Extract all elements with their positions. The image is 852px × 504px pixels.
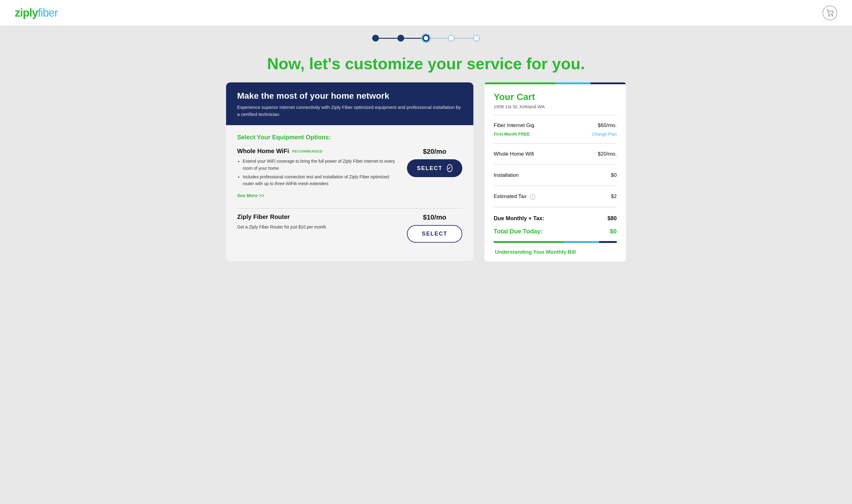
cart-row-wifi: Whole Home Wifi $20/mo.	[494, 148, 617, 160]
logo: ziply fiber	[15, 6, 58, 19]
equipment-item-router: Ziply Fiber Router Get a Ziply Fiber Rou…	[237, 213, 462, 242]
cart-divider-1	[494, 115, 617, 115]
cart-card: Your Cart 1906 1st St, Kirkland WA Fiber…	[484, 83, 626, 262]
equipment-name-wifi: Whole Home WiFi RECOMMENDED	[237, 148, 400, 155]
cart-row-tax: Estimated Tax i $2	[494, 190, 617, 203]
cart-row-installation: Installation $0	[494, 169, 617, 181]
equipment-item-wifi: Whole Home WiFi RECOMMENDED Extend your …	[237, 148, 462, 198]
first-month-free-label: First Month FREE	[494, 132, 530, 137]
equipment-section-title: Select Your Equipment Options:	[237, 134, 462, 141]
logo-fiber: fiber	[38, 6, 58, 19]
step-line-4	[455, 38, 473, 39]
wifi-bullet-2: Includes professional connection test an…	[243, 174, 400, 187]
cart-icon	[826, 9, 834, 17]
cart-row-due-monthly: Due Monthly + Tax: $80	[494, 212, 617, 226]
cart-item-wifi-name: Whole Home Wifi	[494, 151, 534, 157]
header: ziply fiber	[0, 0, 852, 26]
recommended-badge: RECOMMENDED	[292, 149, 323, 153]
equipment-action-router: $10/mo SELECT	[407, 213, 462, 242]
promo-banner: Make the most of your home network Exper…	[226, 83, 473, 125]
cart-divider-5	[494, 207, 617, 207]
svg-point-1	[832, 15, 833, 16]
equipment-info-router: Ziply Fiber Router Get a Ziply Fiber Rou…	[237, 213, 400, 230]
svg-point-0	[829, 15, 830, 16]
select-router-button[interactable]: SELECT	[407, 225, 462, 242]
cart-bottom-green	[494, 241, 564, 243]
equipment-section: Select Your Equipment Options: Whole Hom…	[226, 125, 473, 261]
wifi-price: $20/mo	[423, 148, 446, 156]
left-panel: Make the most of your home network Exper…	[226, 83, 473, 262]
cart-item-installation-price: $0	[611, 172, 617, 178]
wifi-description: Extend your WiFi coverage to bring the f…	[237, 158, 400, 187]
page-title: Now, let's customize your service for yo…	[0, 48, 852, 83]
banner-description: Experience superior internet connectivit…	[237, 104, 462, 118]
cart-row-internet: Fiber Internet Gig $60/mo.	[494, 119, 617, 132]
checkmark-icon: ✓	[447, 164, 452, 172]
cart-bar-green	[484, 83, 555, 84]
cart-row-total-today: Total Due Today: $0	[494, 226, 617, 236]
total-today-value: $0	[610, 228, 617, 235]
cart-item-internet-price: $60/mo.	[598, 122, 617, 128]
equipment-info-wifi: Whole Home WiFi RECOMMENDED Extend your …	[237, 148, 400, 198]
cart-bar-blue	[555, 83, 590, 84]
step-line-3	[429, 38, 448, 39]
cart-bottom-bar	[494, 241, 617, 243]
cart-bar-navy	[590, 83, 626, 84]
cart-item-internet-name: Fiber Internet Gig	[494, 122, 534, 128]
progress-bar	[0, 26, 852, 48]
tax-info-icon[interactable]: i	[530, 194, 535, 200]
cart-bottom-blue	[564, 241, 599, 243]
due-monthly-label: Due Monthly + Tax:	[494, 215, 544, 222]
banner-title: Make the most of your home network	[237, 91, 462, 101]
cart-title: Your Cart	[494, 92, 617, 102]
cart-color-bar	[484, 83, 626, 84]
due-monthly-value: $80	[607, 215, 617, 222]
cart-address: 1906 1st St, Kirkland WA	[494, 104, 617, 109]
change-plan-button[interactable]: Change Plan	[592, 132, 617, 137]
wifi-bullet-1: Extend your WiFi coverage to bring the f…	[243, 158, 400, 172]
step-2	[397, 35, 404, 41]
cart-item-wifi-price: $20/mo.	[598, 151, 617, 157]
step-4	[448, 35, 455, 41]
see-more-link-wifi[interactable]: See More >>	[237, 193, 264, 198]
equipment-action-wifi: $20/mo SELECT ✓	[407, 148, 462, 177]
cart-item-tax-price: $2	[611, 194, 617, 200]
content-area: Make the most of your home network Exper…	[208, 83, 644, 274]
cart-divider-2	[494, 143, 617, 144]
logo-ziply: ziply	[15, 6, 38, 19]
step-line-1	[379, 38, 397, 39]
cart-button[interactable]	[822, 5, 837, 20]
step-line-2	[404, 38, 423, 39]
select-wifi-button[interactable]: SELECT ✓	[407, 159, 462, 177]
router-description: Get a Ziply Fiber Router for just $10 pe…	[237, 223, 400, 230]
router-price: $10/mo	[423, 213, 446, 221]
item-divider	[237, 208, 462, 209]
cart-sub-row-internet: First Month FREE Change Plan	[494, 132, 617, 139]
cart-item-installation-name: Installation	[494, 172, 519, 178]
right-panel: Your Cart 1906 1st St, Kirkland WA Fiber…	[484, 83, 626, 262]
equipment-name-router: Ziply Fiber Router	[237, 213, 400, 220]
cart-item-tax-name: Estimated Tax i	[494, 194, 535, 200]
cart-divider-3	[494, 164, 617, 165]
cart-bottom-navy	[599, 241, 617, 243]
understanding-title: Understanding Your Monthly Bill	[495, 249, 576, 255]
cart-divider-4	[494, 186, 617, 186]
step-3	[423, 35, 429, 41]
cart-content: Your Cart 1906 1st St, Kirkland WA Fiber…	[484, 84, 626, 262]
total-today-label: Total Due Today:	[494, 228, 543, 235]
step-1	[372, 35, 379, 41]
step-5	[473, 35, 480, 41]
understanding-section: Understanding Your Monthly Bill	[494, 249, 617, 255]
